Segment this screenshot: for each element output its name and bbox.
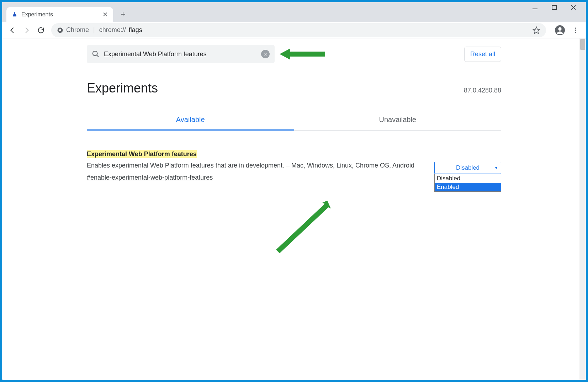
flag-hash-link[interactable]: #enable-experimental-web-platform-featur… (87, 174, 213, 181)
scrollbar-thumb[interactable] (580, 39, 585, 50)
flag-select[interactable]: Disabled ▾ (434, 162, 501, 174)
flag-description: Enables experimental Web Platform featur… (87, 161, 420, 170)
chrome-icon (57, 27, 63, 33)
forward-button[interactable] (21, 24, 33, 36)
tabs: Available Unavailable (87, 111, 501, 131)
origin-label: Chrome (66, 26, 89, 34)
origin-chip: Chrome | chrome://flags (57, 26, 142, 34)
flag-option-disabled[interactable]: Disabled (435, 174, 501, 183)
browser-toolbar: Chrome | chrome://flags (2, 22, 586, 38)
browser-tab[interactable]: Experiments ✕ (6, 7, 113, 22)
svg-point-11 (93, 51, 97, 56)
scrollbar[interactable] (579, 38, 586, 380)
flag-select-dropdown: Disabled Enabled (434, 174, 501, 192)
svg-marker-14 (276, 201, 331, 253)
flag-row: Experimental Web Platform features Enabl… (87, 150, 501, 192)
tab-unavailable[interactable]: Unavailable (294, 111, 502, 130)
flask-icon (11, 11, 18, 18)
svg-line-12 (97, 55, 99, 57)
address-bar[interactable]: Chrome | chrome://flags (51, 23, 546, 37)
reset-all-button[interactable]: Reset all (464, 47, 501, 62)
svg-point-10 (575, 32, 576, 33)
chevron-down-icon: ▾ (495, 165, 497, 170)
tab-available[interactable]: Available (87, 111, 294, 130)
annotation-arrow-icon (280, 48, 326, 60)
page-content: ✕ Reset all Experiments 87.0.4280.88 Ava… (2, 38, 586, 380)
svg-rect-1 (552, 5, 556, 10)
svg-point-8 (575, 27, 576, 28)
minimize-icon[interactable] (532, 4, 538, 11)
bookmark-star-icon[interactable] (533, 26, 540, 34)
search-box[interactable]: ✕ (87, 45, 275, 63)
tab-title: Experiments (21, 11, 98, 18)
svg-point-9 (575, 30, 576, 31)
svg-rect-0 (533, 9, 537, 9)
back-button[interactable] (6, 24, 18, 36)
profile-button[interactable] (554, 24, 566, 36)
annotation-arrow-icon (275, 201, 332, 254)
svg-point-5 (59, 29, 61, 31)
kebab-menu-icon[interactable] (570, 24, 582, 36)
reload-button[interactable] (35, 24, 47, 36)
search-icon (92, 50, 100, 58)
flag-title: Experimental Web Platform features (87, 150, 197, 158)
svg-point-7 (558, 27, 561, 30)
clear-search-icon[interactable]: ✕ (261, 50, 270, 58)
close-tab-icon[interactable]: ✕ (102, 11, 108, 18)
window-controls (523, 2, 586, 13)
flag-option-enabled[interactable]: Enabled (435, 183, 501, 191)
url-path: flags (129, 26, 142, 34)
tab-bar: Experiments ✕ + (2, 2, 586, 22)
search-input[interactable] (104, 51, 257, 58)
version-label: 87.0.4280.88 (464, 87, 501, 94)
maximize-icon[interactable] (551, 4, 557, 11)
svg-marker-13 (280, 48, 325, 60)
close-window-icon[interactable] (570, 4, 577, 11)
page-heading: Experiments (87, 81, 158, 96)
new-tab-button[interactable]: + (117, 8, 129, 21)
flag-select-value: Disabled (456, 164, 480, 171)
url-scheme: chrome:// (99, 26, 126, 34)
